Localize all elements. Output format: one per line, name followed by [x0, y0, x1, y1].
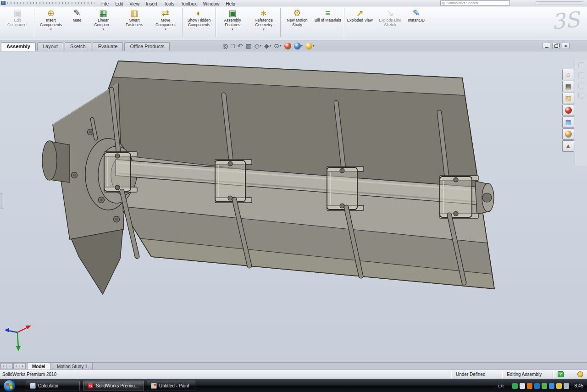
window-controls: ×: [543, 43, 570, 49]
solidworks-resources-tab[interactable]: ⌂: [562, 69, 574, 80]
dropdown-arrow-icon[interactable]: ▾: [232, 28, 233, 31]
view-settings-button[interactable]: ▾: [304, 42, 316, 50]
solidworks-resources-icon: ⌂: [566, 71, 570, 78]
apply-scene-button[interactable]: ▾: [293, 42, 305, 50]
tab-evaluate[interactable]: Evaluate: [93, 42, 123, 51]
tab-layout[interactable]: Layout: [37, 42, 63, 51]
end-hub-part[interactable]: [475, 181, 494, 214]
start-button[interactable]: [3, 380, 16, 392]
toolbar-handle: [7, 2, 94, 4]
linear-compon-button[interactable]: ▦Linear Compon...▾: [88, 7, 119, 39]
instant3d-button[interactable]: ✎Instant3D: [406, 7, 427, 39]
dropdown-arrow-icon[interactable]: ▾: [102, 28, 104, 31]
menu-help[interactable]: Help: [222, 1, 238, 6]
smart-fasteners-button[interactable]: ▥Smart Fasteners: [119, 7, 150, 39]
zoom-to-fit-button[interactable]: ◎: [221, 42, 229, 50]
toolbar-separator: [34, 8, 34, 37]
custom-properties-tab[interactable]: ▲: [562, 140, 574, 152]
tab-office-products[interactable]: Office Products: [124, 42, 170, 51]
dropdown-arrow-icon[interactable]: ▾: [165, 28, 166, 31]
button-label: Bill of Materials: [315, 18, 341, 23]
task-pane: ⌂▤▨▦▲: [562, 60, 587, 166]
view-palette-tab[interactable]: ▦: [562, 116, 574, 128]
menu-insert[interactable]: Insert: [143, 1, 161, 6]
mate-icon: ✎: [73, 8, 81, 18]
dropdown-arrow-icon[interactable]: ▾: [313, 44, 315, 48]
bill-of-materials-icon: ≡: [325, 8, 330, 18]
dropdown-arrow-icon[interactable]: ▾: [301, 44, 303, 48]
taskbar-button-solidworks-premiu[interactable]: SSolidWorks Premiu...: [83, 381, 144, 391]
exploded-view-button[interactable]: ↗Exploded View: [345, 7, 375, 39]
model-tab-nav-3[interactable]: »: [20, 363, 26, 369]
quick-tips-icon[interactable]: ?: [558, 371, 564, 377]
search-input[interactable]: ◎ SolidWorks Search: [440, 0, 510, 6]
taskbar-clock: 8:45: [575, 383, 583, 388]
edit-appearance-icon: [284, 43, 291, 50]
taskbar-button-calculator[interactable]: Calculator: [26, 381, 80, 391]
hide-show-items-button[interactable]: ⊙▾: [272, 42, 282, 50]
menu-tools[interactable]: Tools: [161, 1, 177, 6]
tab-sketch[interactable]: Sketch: [65, 42, 91, 51]
tray-icon-3[interactable]: [527, 383, 532, 389]
bill-of-materials-button[interactable]: ≡Bill of Materials: [313, 7, 343, 39]
button-label: Mate: [73, 18, 82, 23]
mate-button[interactable]: ✎Mate: [66, 7, 88, 39]
insert-components-button[interactable]: ⊕Insert Components▾: [35, 7, 66, 39]
file-explorer-icon: ▨: [565, 95, 571, 102]
feature-tree-collapse-handle[interactable]: [0, 193, 3, 209]
tray-icon-4[interactable]: [534, 383, 540, 389]
menu-edit[interactable]: Edit: [112, 1, 126, 6]
section-view-button[interactable]: ▥: [244, 42, 253, 50]
tab-model[interactable]: Model: [27, 363, 50, 370]
edit-appearance-button[interactable]: [283, 42, 293, 50]
assembly-features-button[interactable]: ▣Assembly Features▾: [217, 7, 248, 39]
graphics-area[interactable]: ⌂▤▨▦▲: [0, 51, 587, 362]
menu-window[interactable]: Window: [200, 1, 223, 6]
taskbar-button-untitled-paint[interactable]: Untitled - Paint: [147, 381, 195, 391]
tray-icon-5[interactable]: [542, 383, 547, 389]
tray-icon-2[interactable]: [520, 383, 525, 389]
tray-icon-6[interactable]: [549, 383, 554, 389]
appearances-tab[interactable]: [562, 128, 574, 140]
tray-icon-7[interactable]: [556, 383, 562, 389]
taskbar-button-label: SolidWorks Premiu...: [96, 383, 138, 388]
view-orientation-button[interactable]: ◇▾: [253, 42, 263, 50]
tray-icon-1[interactable]: [512, 383, 518, 389]
button-label: New Motion Study: [283, 18, 311, 27]
minimize-button[interactable]: [543, 43, 550, 49]
menu-toolbox[interactable]: Toolbox: [177, 1, 199, 6]
tray-icon-8[interactable]: [564, 383, 569, 389]
dropdown-arrow-icon[interactable]: ▾: [263, 28, 265, 31]
status-app-version: SolidWorks Premium 2010: [0, 372, 56, 377]
file-explorer-tab[interactable]: ▨: [562, 93, 574, 104]
model-tab-nav-2[interactable]: ›: [13, 363, 19, 369]
design-library-tab[interactable]: ▤: [562, 81, 574, 92]
move-component-button[interactable]: ⇄Move Component▾: [150, 7, 181, 39]
model-tab-nav-0[interactable]: «: [0, 363, 6, 369]
dropdown-arrow-icon[interactable]: ▾: [270, 44, 271, 48]
language-indicator[interactable]: ER: [498, 384, 504, 388]
appearance-palette-icon[interactable]: [577, 371, 583, 377]
assembly-model[interactable]: [0, 51, 587, 362]
dropdown-arrow-icon[interactable]: ▾: [50, 28, 52, 31]
new-motion-study-button[interactable]: ⚙New Motion Study: [282, 7, 313, 39]
reference-geometry-button[interactable]: ∗Reference Geometry▾: [248, 7, 279, 39]
tab-assembly[interactable]: Assembly: [1, 42, 36, 51]
menu-view[interactable]: View: [126, 1, 143, 6]
dropdown-arrow-icon[interactable]: ▾: [260, 44, 261, 48]
model-tab-nav-1[interactable]: ‹: [7, 363, 13, 369]
dropdown-arrow-icon[interactable]: ▾: [280, 44, 282, 48]
previous-view-button[interactable]: ↶: [236, 42, 244, 50]
restore-button[interactable]: [552, 43, 560, 49]
show-hidden-components-button[interactable]: ◐Show Hidden Components: [183, 7, 215, 39]
tab-motion-study-1[interactable]: Motion Study 1: [52, 363, 93, 370]
close-button[interactable]: ×: [562, 43, 570, 49]
display-style-button[interactable]: ◆▾: [263, 42, 272, 50]
tray-icons: [510, 383, 569, 389]
section-view-icon: ▥: [245, 42, 251, 50]
menu-file[interactable]: File: [98, 1, 112, 6]
menu-bar-items: FileEditViewInsertToolsToolboxWindowHelp: [98, 0, 238, 6]
paint-icon: [151, 383, 157, 389]
zoom-to-area-button[interactable]: □: [229, 42, 236, 50]
search-tab[interactable]: [562, 105, 574, 116]
